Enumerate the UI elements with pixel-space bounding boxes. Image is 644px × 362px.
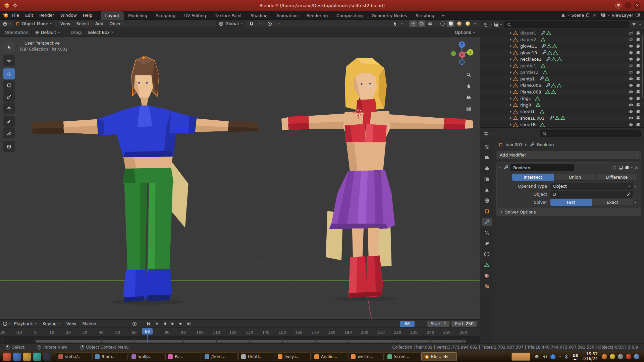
taskbar-window-ble-[interactable]: Ble... [421, 352, 457, 361]
snap-toggle-button[interactable] [248, 20, 255, 27]
timeline-track[interactable] [0, 337, 480, 343]
character-female[interactable] [281, 58, 473, 298]
breadcrumb-modifier[interactable]: Boolean [537, 142, 554, 147]
tool-rotate[interactable] [3, 80, 15, 91]
outliner-editor-selector[interactable] [484, 22, 491, 27]
drag-setting-dropdown[interactable]: Select Box [85, 29, 116, 36]
viewport-canvas[interactable] [0, 37, 480, 319]
properties-tab-modifiers[interactable] [482, 218, 492, 226]
tray-app-icon-4[interactable] [626, 354, 631, 359]
clock[interactable]: 15:57 3/16/24 [582, 352, 598, 361]
properties-search-input[interactable] [540, 130, 641, 137]
tool-move[interactable] [3, 68, 15, 79]
outliner-item-glove1l[interactable]: glove1L [480, 43, 644, 50]
auto-key-button[interactable] [131, 320, 138, 327]
outliner-item-pants1[interactable]: pants1 [480, 76, 644, 82]
close-button[interactable]: ✕ [634, 2, 641, 9]
workspace-launcher[interactable] [33, 353, 41, 361]
outliner-item-shoe1r[interactable]: shoe1R [480, 121, 644, 127]
navigation-gizmo[interactable]: Z Y X [448, 40, 476, 67]
unlink-scene-icon[interactable] [593, 13, 596, 17]
files-launcher[interactable] [23, 353, 31, 361]
taskbar-window-analie-[interactable]: Analie... [312, 352, 347, 361]
current-frame-field[interactable]: 68 [400, 321, 415, 327]
info-tray-icon[interactable]: i [550, 354, 555, 359]
expand-icon[interactable] [510, 117, 512, 119]
orientation-setting-dropdown[interactable]: Default [33, 29, 63, 36]
playhead[interactable]: 68 [142, 328, 153, 335]
properties-tab-object[interactable] [482, 207, 492, 215]
tab-layout[interactable]: Layout [101, 11, 124, 20]
edit-mode-toggle-icon[interactable] [612, 165, 617, 170]
previous-keyframe-button[interactable] [153, 320, 160, 327]
add-modifier-button[interactable]: Add Modifier [496, 151, 641, 159]
tab-scripting[interactable]: Scripting [411, 11, 439, 20]
breadcrumb-object[interactable]: hair.001 [505, 142, 523, 147]
viewlayer-selector[interactable]: ViewLayer [601, 13, 640, 18]
collapse-icon[interactable] [499, 166, 501, 168]
shading-rendered-button[interactable] [464, 20, 471, 27]
browser-launcher[interactable] [13, 353, 21, 361]
tray-app-icon-3[interactable] [618, 354, 623, 359]
properties-editor-selector[interactable] [484, 131, 491, 136]
properties-tab-render[interactable] [482, 154, 492, 162]
solver-options-subpanel[interactable]: Solver Options [497, 208, 641, 216]
play-button[interactable] [169, 320, 176, 327]
proportional-editing-button[interactable] [266, 20, 273, 27]
visibility-dropdown-arrow[interactable] [400, 20, 405, 27]
operand-type-dropdown[interactable]: Object [550, 183, 633, 190]
falloff-dropdown[interactable] [276, 20, 281, 27]
viewport-menu-select[interactable]: Select [73, 20, 92, 27]
outliner-item-diaper1[interactable]: diaper1 [480, 30, 644, 37]
decorator-dot[interactable] [633, 186, 638, 187]
outliner-item-glove1r[interactable]: glove1R [480, 50, 644, 56]
tool-scale[interactable] [3, 91, 15, 102]
tab-compositing[interactable]: Compositing [332, 11, 367, 20]
scene-selector[interactable]: Scene [561, 13, 596, 18]
outliner-item-ringr[interactable]: ringR [480, 102, 644, 109]
properties-tab-constraints[interactable] [482, 250, 492, 258]
properties-tab-data[interactable] [482, 261, 492, 269]
properties-tab-material[interactable] [482, 272, 492, 280]
outliner-item-necklace1[interactable]: necklace1 [480, 56, 644, 63]
tab-shading[interactable]: Shading [246, 11, 272, 20]
properties-tab-tool[interactable] [482, 143, 492, 151]
expand-icon[interactable] [510, 97, 512, 100]
app-menu-launcher[interactable] [3, 353, 11, 361]
keyboard-layout-indicator[interactable]: US [573, 354, 578, 360]
mode-selector[interactable]: Object Mode [13, 20, 55, 27]
shading-material-button[interactable] [455, 20, 463, 27]
snap-settings-dropdown[interactable] [258, 20, 263, 27]
taskbar-window-pa-[interactable]: Pa... [165, 352, 201, 361]
properties-tab-physics[interactable] [482, 239, 492, 247]
expand-icon[interactable] [510, 110, 512, 113]
viewport-menu-object[interactable]: Object [106, 20, 126, 27]
expand-icon[interactable] [510, 84, 512, 87]
timeline-menu-keying[interactable]: Keying [40, 320, 63, 327]
tray-app-icon-1[interactable] [602, 354, 607, 359]
outliner-display-mode[interactable] [494, 22, 502, 27]
chevron-down-icon[interactable] [639, 23, 641, 25]
timeline-menu-marker[interactable]: Marker [79, 320, 100, 327]
solver-exact[interactable]: Exact [592, 199, 633, 206]
outliner-scrollbar[interactable] [642, 35, 643, 98]
expand-icon[interactable] [510, 45, 512, 48]
taskbar-window-untitl-[interactable]: Untitl... [238, 352, 274, 361]
outliner-item-ringl[interactable]: ringL [480, 95, 644, 102]
tab-rendering[interactable]: Rendering [302, 11, 332, 20]
tab-animation[interactable]: Animation [272, 11, 302, 20]
timeline-ruler[interactable]: -20-100102030405060708090100110120130140… [0, 328, 480, 337]
camera-view-button[interactable] [465, 94, 472, 101]
modifier-panel-header[interactable]: Boolean [497, 163, 641, 173]
expand-icon[interactable] [510, 90, 512, 93]
show-gizmo-button[interactable] [410, 20, 417, 27]
operation-intersect[interactable]: Intersect [512, 174, 554, 181]
add-workspace-button[interactable]: + [439, 11, 447, 20]
next-keyframe-button[interactable] [177, 320, 184, 327]
viewport-menu-view[interactable]: View [57, 20, 73, 27]
tool-measure[interactable] [3, 127, 15, 138]
start-frame-field[interactable]: Start1 [427, 321, 450, 327]
gizmo-axis-ball[interactable] [451, 51, 456, 56]
shading-dropdown[interactable] [472, 20, 477, 27]
outliner-item-panties2[interactable]: panties2 [480, 69, 644, 76]
